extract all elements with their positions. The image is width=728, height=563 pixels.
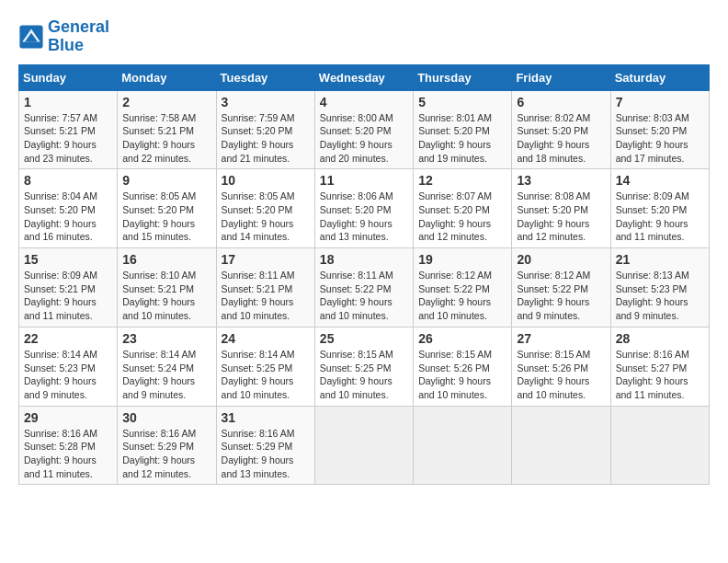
day-number: 28 — [616, 331, 704, 346]
day-number: 9 — [122, 173, 210, 188]
day-info: Sunrise: 8:03 AMSunset: 5:20 PMDaylight:… — [616, 111, 704, 166]
day-info: Sunrise: 8:14 AMSunset: 5:23 PMDaylight:… — [24, 348, 112, 402]
calendar-cell: 27Sunrise: 8:15 AMSunset: 5:26 PMDayligh… — [512, 327, 610, 406]
day-number: 19 — [418, 252, 506, 267]
calendar-cell: 2Sunrise: 7:58 AMSunset: 5:21 PMDaylight… — [118, 90, 216, 169]
day-number: 4 — [320, 95, 408, 109]
calendar-cell: 12Sunrise: 8:07 AMSunset: 5:20 PMDayligh… — [414, 169, 512, 248]
day-info: Sunrise: 8:14 AMSunset: 5:24 PMDaylight:… — [122, 348, 210, 402]
weekday-header: Monday — [118, 64, 216, 90]
day-number: 16 — [122, 252, 210, 267]
calendar-cell: 30Sunrise: 8:16 AMSunset: 5:29 PMDayligh… — [118, 406, 216, 485]
day-info: Sunrise: 8:12 AMSunset: 5:22 PMDaylight:… — [517, 269, 605, 323]
day-number: 5 — [418, 95, 506, 109]
day-number: 20 — [517, 252, 605, 267]
calendar-cell — [314, 406, 413, 485]
calendar-cell: 21Sunrise: 8:13 AMSunset: 5:23 PMDayligh… — [610, 248, 709, 327]
day-number: 17 — [222, 252, 310, 267]
logo: General Blue — [18, 18, 109, 55]
day-info: Sunrise: 8:05 AMSunset: 5:20 PMDaylight:… — [222, 190, 310, 244]
day-info: Sunrise: 8:04 AMSunset: 5:20 PMDaylight:… — [24, 190, 112, 244]
day-info: Sunrise: 8:15 AMSunset: 5:26 PMDaylight:… — [418, 348, 506, 402]
calendar-cell: 9Sunrise: 8:05 AMSunset: 5:20 PMDaylight… — [118, 169, 216, 248]
day-number: 23 — [122, 331, 210, 346]
day-number: 11 — [320, 173, 408, 188]
day-info: Sunrise: 8:11 AMSunset: 5:21 PMDaylight:… — [222, 269, 310, 323]
day-info: Sunrise: 7:57 AMSunset: 5:21 PMDaylight:… — [24, 111, 112, 166]
calendar-cell: 13Sunrise: 8:08 AMSunset: 5:20 PMDayligh… — [512, 169, 610, 248]
day-number: 12 — [418, 173, 506, 188]
day-info: Sunrise: 8:14 AMSunset: 5:25 PMDaylight:… — [222, 348, 310, 402]
day-info: Sunrise: 8:13 AMSunset: 5:23 PMDaylight:… — [616, 269, 704, 323]
page-header: General Blue — [18, 18, 710, 55]
calendar-cell: 16Sunrise: 8:10 AMSunset: 5:21 PMDayligh… — [118, 248, 216, 327]
calendar-cell: 23Sunrise: 8:14 AMSunset: 5:24 PMDayligh… — [118, 327, 216, 406]
day-number: 31 — [222, 410, 310, 425]
calendar-cell — [512, 406, 610, 485]
day-number: 26 — [418, 331, 506, 346]
weekday-header: Thursday — [414, 64, 512, 90]
calendar-cell: 1Sunrise: 7:57 AMSunset: 5:21 PMDaylight… — [19, 90, 118, 169]
calendar-week-row: 29Sunrise: 8:16 AMSunset: 5:28 PMDayligh… — [19, 406, 710, 485]
calendar-cell: 28Sunrise: 8:16 AMSunset: 5:27 PMDayligh… — [610, 327, 709, 406]
calendar-week-row: 8Sunrise: 8:04 AMSunset: 5:20 PMDaylight… — [19, 169, 710, 248]
calendar-cell: 20Sunrise: 8:12 AMSunset: 5:22 PMDayligh… — [512, 248, 610, 327]
calendar-week-row: 1Sunrise: 7:57 AMSunset: 5:21 PMDaylight… — [19, 90, 710, 169]
day-number: 14 — [616, 173, 704, 188]
day-number: 3 — [222, 95, 310, 109]
day-number: 27 — [517, 331, 605, 346]
day-number: 18 — [320, 252, 408, 267]
calendar-week-row: 15Sunrise: 8:09 AMSunset: 5:21 PMDayligh… — [19, 248, 710, 327]
day-info: Sunrise: 7:58 AMSunset: 5:21 PMDaylight:… — [122, 111, 210, 166]
calendar-cell: 3Sunrise: 7:59 AMSunset: 5:20 PMDaylight… — [216, 90, 314, 169]
day-info: Sunrise: 8:02 AMSunset: 5:20 PMDaylight:… — [517, 111, 605, 166]
calendar-cell: 18Sunrise: 8:11 AMSunset: 5:22 PMDayligh… — [314, 248, 413, 327]
calendar-cell: 19Sunrise: 8:12 AMSunset: 5:22 PMDayligh… — [414, 248, 512, 327]
day-info: Sunrise: 8:08 AMSunset: 5:20 PMDaylight:… — [517, 190, 605, 244]
calendar-cell: 24Sunrise: 8:14 AMSunset: 5:25 PMDayligh… — [216, 327, 314, 406]
weekday-header: Tuesday — [216, 64, 314, 90]
calendar-cell: 25Sunrise: 8:15 AMSunset: 5:25 PMDayligh… — [314, 327, 413, 406]
day-info: Sunrise: 8:16 AMSunset: 5:27 PMDaylight:… — [616, 348, 704, 402]
day-number: 15 — [24, 252, 112, 267]
calendar-cell: 29Sunrise: 8:16 AMSunset: 5:28 PMDayligh… — [19, 406, 118, 485]
calendar-cell: 17Sunrise: 8:11 AMSunset: 5:21 PMDayligh… — [216, 248, 314, 327]
calendar-cell — [610, 406, 709, 485]
day-info: Sunrise: 8:05 AMSunset: 5:20 PMDaylight:… — [122, 190, 210, 244]
day-number: 1 — [24, 95, 112, 109]
day-number: 21 — [616, 252, 704, 267]
calendar-table: SundayMondayTuesdayWednesdayThursdayFrid… — [18, 64, 710, 486]
day-info: Sunrise: 8:15 AMSunset: 5:25 PMDaylight:… — [320, 348, 408, 402]
day-info: Sunrise: 8:16 AMSunset: 5:28 PMDaylight:… — [24, 427, 112, 481]
day-info: Sunrise: 8:12 AMSunset: 5:22 PMDaylight:… — [418, 269, 506, 323]
day-number: 25 — [320, 331, 408, 346]
calendar-cell: 8Sunrise: 8:04 AMSunset: 5:20 PMDaylight… — [19, 169, 118, 248]
weekday-header: Sunday — [19, 64, 118, 90]
day-info: Sunrise: 8:01 AMSunset: 5:20 PMDaylight:… — [418, 111, 506, 166]
day-info: Sunrise: 8:06 AMSunset: 5:20 PMDaylight:… — [320, 190, 408, 244]
calendar-week-row: 22Sunrise: 8:14 AMSunset: 5:23 PMDayligh… — [19, 327, 710, 406]
calendar-cell: 31Sunrise: 8:16 AMSunset: 5:29 PMDayligh… — [216, 406, 314, 485]
day-info: Sunrise: 8:09 AMSunset: 5:21 PMDaylight:… — [24, 269, 112, 323]
day-number: 7 — [616, 95, 704, 109]
day-number: 13 — [517, 173, 605, 188]
day-info: Sunrise: 8:16 AMSunset: 5:29 PMDaylight:… — [122, 427, 210, 481]
calendar-cell: 11Sunrise: 8:06 AMSunset: 5:20 PMDayligh… — [314, 169, 413, 248]
weekday-header: Friday — [512, 64, 610, 90]
day-info: Sunrise: 8:10 AMSunset: 5:21 PMDaylight:… — [122, 269, 210, 323]
day-info: Sunrise: 8:09 AMSunset: 5:20 PMDaylight:… — [616, 190, 704, 244]
calendar-cell: 4Sunrise: 8:00 AMSunset: 5:20 PMDaylight… — [314, 90, 413, 169]
weekday-header: Saturday — [610, 64, 709, 90]
day-info: Sunrise: 8:07 AMSunset: 5:20 PMDaylight:… — [418, 190, 506, 244]
day-number: 30 — [122, 410, 210, 425]
logo-icon — [18, 24, 44, 50]
logo-text: General Blue — [48, 18, 109, 55]
calendar-cell: 26Sunrise: 8:15 AMSunset: 5:26 PMDayligh… — [414, 327, 512, 406]
calendar-cell: 15Sunrise: 8:09 AMSunset: 5:21 PMDayligh… — [19, 248, 118, 327]
day-number: 29 — [24, 410, 112, 425]
weekday-header-row: SundayMondayTuesdayWednesdayThursdayFrid… — [19, 64, 710, 90]
day-info: Sunrise: 8:16 AMSunset: 5:29 PMDaylight:… — [222, 427, 310, 481]
calendar-cell: 14Sunrise: 8:09 AMSunset: 5:20 PMDayligh… — [610, 169, 709, 248]
day-number: 24 — [222, 331, 310, 346]
calendar-cell: 5Sunrise: 8:01 AMSunset: 5:20 PMDaylight… — [414, 90, 512, 169]
